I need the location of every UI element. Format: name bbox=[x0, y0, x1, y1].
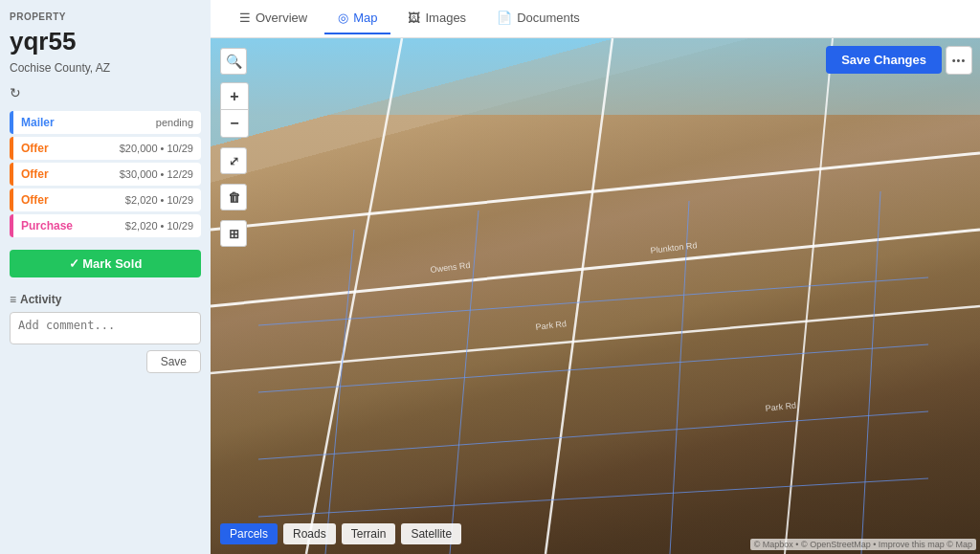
activity-label-2: Offer bbox=[21, 167, 49, 181]
search-icon: 🔍 bbox=[226, 54, 242, 69]
activity-label-0: Mailer bbox=[21, 116, 55, 129]
images-tab-icon: 🖼 bbox=[408, 11, 420, 25]
property-label: Property bbox=[10, 11, 201, 22]
trash-button[interactable]: 🗑 bbox=[220, 184, 247, 211]
more-options-button[interactable]: ••• bbox=[946, 46, 972, 75]
map-background: Park Rd Park Rd Owens Rd Plunkton Rd bbox=[211, 38, 980, 554]
layers-button[interactable]: ⊞ bbox=[220, 220, 247, 247]
map-area: Park Rd Park Rd Owens Rd Plunkton Rd 🔍 +… bbox=[211, 38, 980, 554]
activity-label-4: Purchase bbox=[21, 219, 73, 233]
more-icon: ••• bbox=[952, 55, 967, 66]
activity-icon: ≡ bbox=[10, 293, 16, 306]
nav-tabs: ☰Overview◎Map🖼Images📄Documents bbox=[226, 3, 593, 34]
mark-sold-button[interactable]: ✓ Mark Sold bbox=[10, 250, 201, 277]
activity-row-0[interactable]: Mailerpending bbox=[10, 111, 201, 134]
activity-value-4: $2,020 • 10/29 bbox=[125, 220, 193, 232]
images-tab-label: Images bbox=[425, 11, 466, 25]
overview-tab-icon: ☰ bbox=[239, 11, 251, 25]
sidebar: Property yqr55 Cochise County, AZ ↻ Mail… bbox=[0, 0, 211, 554]
legend-parcels-button[interactable]: Parcels bbox=[220, 523, 278, 544]
activity-row-3[interactable]: Offer$2,020 • 10/29 bbox=[10, 188, 201, 211]
activity-value-2: $30,000 • 12/29 bbox=[120, 168, 193, 180]
property-id: yqr55 bbox=[10, 28, 201, 55]
save-changes-button[interactable]: Save Changes bbox=[826, 46, 942, 74]
save-comment-button[interactable]: Save bbox=[146, 350, 201, 373]
legend-terrain-button[interactable]: Terrain bbox=[342, 523, 396, 544]
map-legend: Parcels Roads Terrain Satellite bbox=[220, 523, 461, 544]
activity-label-3: Offer bbox=[21, 193, 49, 207]
activity-row-2[interactable]: Offer$30,000 • 12/29 bbox=[10, 163, 201, 186]
comment-input[interactable] bbox=[10, 312, 201, 344]
activity-value-3: $2,020 • 10/29 bbox=[125, 194, 193, 206]
legend-roads-button[interactable]: Roads bbox=[283, 523, 336, 544]
refresh-icon[interactable]: ↻ bbox=[10, 85, 21, 100]
map-tab-icon: ◎ bbox=[338, 11, 348, 25]
map-tab-label: Map bbox=[353, 11, 377, 25]
property-location: Cochise County, AZ bbox=[10, 61, 201, 75]
documents-tab-label: Documents bbox=[517, 11, 580, 25]
overview-tab-label: Overview bbox=[256, 11, 307, 25]
tab-map[interactable]: ◎Map bbox=[324, 3, 390, 34]
activity-row-4[interactable]: Purchase$2,020 • 10/29 bbox=[10, 214, 201, 237]
refresh-icon-wrapper: ↻ bbox=[10, 84, 201, 101]
activity-row-1[interactable]: Offer$20,000 • 10/29 bbox=[10, 137, 201, 160]
activity-value-1: $20,000 • 10/29 bbox=[120, 143, 193, 154]
map-svg-overlay: Park Rd Park Rd Owens Rd Plunkton Rd bbox=[211, 38, 980, 554]
activity-rows: MailerpendingOffer$20,000 • 10/29Offer$3… bbox=[10, 111, 201, 240]
map-attribution: © Mapbox • © OpenStreetMap • Improve thi… bbox=[750, 539, 976, 550]
tab-documents[interactable]: 📄Documents bbox=[483, 3, 593, 34]
legend-satellite-button[interactable]: Satellite bbox=[401, 523, 461, 544]
activity-value-0: pending bbox=[156, 117, 193, 128]
tab-images[interactable]: 🖼Images bbox=[394, 3, 479, 34]
map-search-button[interactable]: 🔍 bbox=[220, 48, 247, 75]
tab-overview[interactable]: ☰Overview bbox=[226, 3, 321, 34]
zoom-out-button[interactable]: − bbox=[221, 110, 248, 137]
fullscreen-button[interactable]: ⤢ bbox=[220, 147, 247, 174]
zoom-control-group: + − bbox=[220, 82, 249, 138]
activity-section: ≡ Activity bbox=[10, 293, 201, 306]
map-controls: + − ⤢ 🗑 ⊞ bbox=[220, 82, 249, 247]
main-content: ☰Overview◎Map🖼Images📄Documents bbox=[211, 0, 980, 554]
documents-tab-icon: 📄 bbox=[497, 11, 512, 25]
zoom-in-button[interactable]: + bbox=[221, 83, 248, 110]
top-nav: ☰Overview◎Map🖼Images📄Documents bbox=[211, 0, 980, 38]
activity-label-1: Offer bbox=[21, 142, 49, 155]
